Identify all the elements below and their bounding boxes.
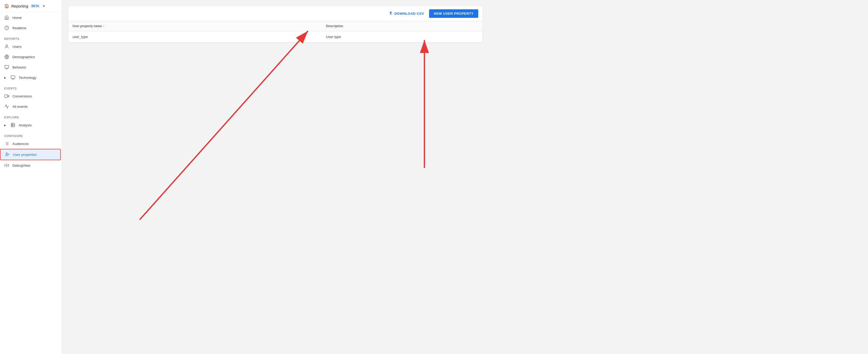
sidebar: 🏠 Reporting BETA ▼ Home Realtime REPORTS [0,0,62,354]
sidebar-item-debugview[interactable]: DebugView [0,160,60,171]
technology-icon [10,75,16,80]
users-icon [4,44,9,49]
sidebar-item-behavior[interactable]: Behavior [0,62,60,72]
card-toolbar: DOWNLOAD CSV NEW USER PROPERTY [68,6,483,21]
sidebar-item-conversions[interactable]: Conversions [0,91,60,101]
svg-point-22 [6,165,7,166]
download-csv-button[interactable]: DOWNLOAD CSV [386,9,426,17]
audiences-icon [4,141,9,146]
sidebar-item-analysis-label: Analysis [19,123,32,127]
download-csv-label: DOWNLOAD CSV [394,12,424,15]
column-name-label: User property name [72,24,102,28]
sidebar-item-audiences[interactable]: Audiences [0,139,60,149]
sidebar-item-realtime-label: Realtime [12,26,26,30]
debugview-icon [4,163,9,168]
sidebar-item-home-label: Home [12,16,22,20]
svg-rect-7 [11,76,15,78]
sidebar-item-analysis[interactable]: ▶ Analysis [0,120,60,130]
table-cell-description: User type [322,31,483,43]
sidebar-item-home[interactable]: Home [0,12,60,23]
sidebar-item-audiences-label: Audiences [12,142,29,146]
content-card: DOWNLOAD CSV NEW USER PROPERTY User prop… [68,6,483,42]
user-properties-table: User property name ↑ Description user_ty… [68,21,483,42]
svg-rect-4 [5,65,9,68]
sidebar-item-demographics[interactable]: Demographics [0,52,60,62]
table-header-description: Description [322,21,483,31]
user-properties-icon [5,152,10,157]
sidebar-item-behavior-label: Behavior [12,65,26,69]
svg-rect-12 [11,123,15,127]
sidebar-item-conversions-label: Conversions [12,94,32,98]
events-section-label: EVENTS [0,83,62,91]
analysis-icon [10,122,16,128]
svg-point-19 [6,153,7,154]
sidebar-item-technology[interactable]: ▶ Technology [0,72,60,83]
explore-section-label: EXPLORE [0,112,62,120]
table-header-name[interactable]: User property name ↑ [68,21,322,31]
reports-section-label: REPORTS [0,33,62,41]
new-user-property-button[interactable]: NEW USER PROPERTY [429,9,478,18]
sidebar-item-debugview-label: DebugView [12,164,30,168]
chevron-down-icon[interactable]: ▼ [42,4,45,8]
table-row: user_type User type [68,31,483,43]
sidebar-item-all-events[interactable]: All events [0,101,60,112]
sidebar-item-all-events-label: All events [12,105,28,109]
all-events-icon [4,104,9,109]
sidebar-item-user-properties-label: User properties [13,153,37,156]
analysis-expand-icon[interactable]: ▶ [4,124,6,127]
technology-expand-icon[interactable]: ▶ [4,76,6,79]
home-nav-icon [4,15,9,20]
behavior-icon [4,65,9,70]
beta-badge: BETA [30,4,40,8]
download-icon [389,11,393,16]
arrows-overlay [62,0,868,354]
sidebar-item-users[interactable]: Users [0,41,60,52]
sidebar-item-demographics-label: Demographics [12,55,35,59]
sidebar-item-users-label: Users [12,45,22,48]
main-content: DOWNLOAD CSV NEW USER PROPERTY User prop… [62,0,868,354]
sidebar-header: 🏠 Reporting BETA ▼ [0,0,62,12]
svg-point-1 [6,45,7,46]
svg-rect-11 [5,95,7,98]
svg-marker-10 [7,95,9,97]
home-icon: 🏠 [4,4,9,8]
realtime-icon [4,25,9,31]
sidebar-item-technology-label: Technology [19,76,36,80]
conversions-icon [4,94,9,99]
configure-section-label: CONFIGURE [0,130,62,139]
demographics-icon [4,54,9,60]
new-user-property-label: NEW USER PROPERTY [434,12,474,15]
sidebar-item-user-properties[interactable]: User properties [0,149,61,160]
sidebar-item-realtime[interactable]: Realtime [0,23,60,33]
sidebar-title: Reporting [11,4,28,8]
table-cell-name: user_type [68,31,322,43]
svg-line-24 [140,31,308,220]
sort-icon[interactable]: ↑ [103,25,104,28]
column-description-label: Description [326,24,343,28]
